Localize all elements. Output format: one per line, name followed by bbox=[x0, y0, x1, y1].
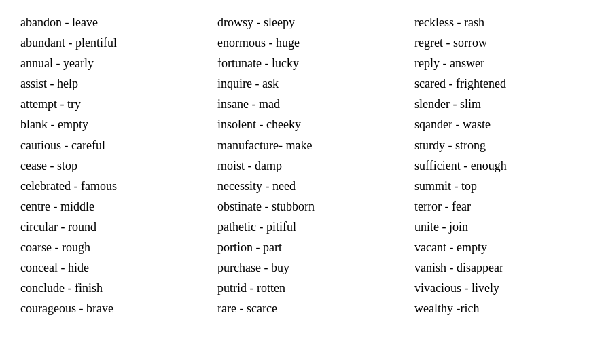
word-pair: wealthy -rich bbox=[414, 299, 598, 317]
column-3: reckless - rashregret - sorrowreply - an… bbox=[408, 14, 604, 317]
word-pair: regret - sorrow bbox=[414, 34, 598, 52]
word-pair: obstinate - stubborn bbox=[217, 198, 401, 215]
word-pairs-container: abandon - leaveabundant - plentifulannua… bbox=[14, 14, 590, 317]
word-pair: attempt - try bbox=[20, 95, 204, 113]
word-pair: moist - damp bbox=[217, 157, 401, 175]
column-1: abandon - leaveabundant - plentifulannua… bbox=[14, 14, 211, 317]
word-pair: manufacture- make bbox=[217, 136, 401, 154]
column-2: drowsy - sleepyenormous - hugefortunate … bbox=[211, 14, 408, 317]
word-pair: inquire - ask bbox=[217, 75, 401, 92]
word-pair: annual - yearly bbox=[20, 54, 204, 72]
word-pair: centre - middle bbox=[20, 198, 204, 215]
word-pair: enormous - huge bbox=[217, 34, 401, 52]
word-pair: vanish - disappear bbox=[414, 259, 598, 276]
word-pair: assist - help bbox=[20, 75, 204, 92]
word-pair: vacant - empty bbox=[414, 238, 598, 256]
word-pair: insane - mad bbox=[217, 95, 401, 113]
word-pair: vivacious - lively bbox=[414, 279, 598, 297]
word-pair: coarse - rough bbox=[20, 238, 204, 256]
word-pair: summit - top bbox=[414, 177, 598, 195]
word-pair: courageous - brave bbox=[20, 299, 204, 317]
word-pair: circular - round bbox=[20, 218, 204, 236]
word-pair: terror - fear bbox=[414, 198, 598, 215]
word-pair: purchase - buy bbox=[217, 259, 401, 276]
word-pair: reply - answer bbox=[414, 54, 598, 72]
word-pair: drowsy - sleepy bbox=[217, 14, 401, 31]
word-pair: rare - scarce bbox=[217, 299, 401, 317]
word-pair: portion - part bbox=[217, 238, 401, 256]
word-pair: sturdy - strong bbox=[414, 136, 598, 154]
word-pair: necessity - need bbox=[217, 177, 401, 195]
word-pair: celebrated - famous bbox=[20, 177, 204, 195]
word-pair: pathetic - pitiful bbox=[217, 218, 401, 236]
word-pair: abundant - plentiful bbox=[20, 34, 204, 52]
word-pair: blank - empty bbox=[20, 115, 204, 133]
word-pair: unite - join bbox=[414, 218, 598, 236]
word-pair: abandon - leave bbox=[20, 14, 204, 31]
word-pair: conclude - finish bbox=[20, 279, 204, 297]
word-pair: reckless - rash bbox=[414, 14, 598, 31]
word-pair: putrid - rotten bbox=[217, 279, 401, 297]
word-pair: sqander - waste bbox=[414, 115, 598, 133]
word-pair: slender - slim bbox=[414, 95, 598, 113]
word-pair: cautious - careful bbox=[20, 136, 204, 154]
word-pair: sufficient - enough bbox=[414, 157, 598, 175]
word-pair: scared - frightened bbox=[414, 75, 598, 92]
word-pair: cease - stop bbox=[20, 157, 204, 175]
word-pair: conceal - hide bbox=[20, 259, 204, 276]
word-pair: fortunate - lucky bbox=[217, 54, 401, 72]
word-pair: insolent - cheeky bbox=[217, 115, 401, 133]
